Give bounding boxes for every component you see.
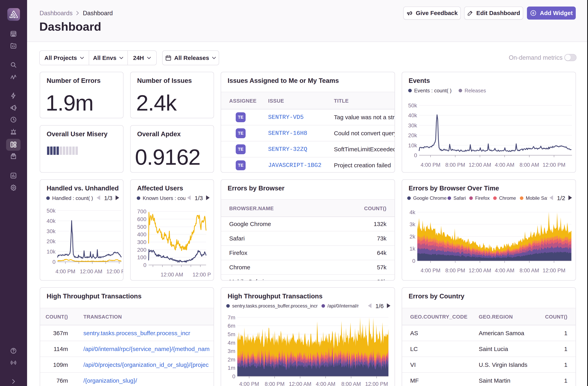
svg-text:500: 500 [137, 224, 147, 230]
svg-text:7m: 7m [228, 315, 235, 320]
svg-text:0: 0 [143, 262, 147, 268]
svg-text:0: 0 [412, 258, 415, 264]
svg-text:1m: 1m [228, 365, 235, 371]
svg-text:100: 100 [137, 254, 147, 260]
svg-text:3k: 3k [409, 221, 416, 227]
svg-text:2k: 2k [409, 233, 416, 240]
svg-text:0: 0 [414, 152, 417, 159]
svg-text:700: 700 [137, 208, 147, 215]
svg-text:12:00 AM: 12:00 AM [469, 162, 491, 168]
svg-text:12:00 PM: 12:00 PM [365, 381, 388, 386]
svg-text:600: 600 [137, 216, 147, 222]
svg-text:6m: 6m [228, 323, 235, 329]
svg-text:4k: 4k [409, 209, 416, 215]
svg-text:12:00 P: 12:00 P [192, 272, 211, 278]
svg-text:5m: 5m [228, 331, 235, 337]
svg-text:1k: 1k [409, 246, 416, 252]
svg-text:4:00 AM: 4:00 AM [495, 162, 514, 168]
svg-text:8:00 PM: 8:00 PM [265, 381, 285, 386]
svg-text:8:00 PM: 8:00 PM [445, 268, 465, 273]
svg-text:8:00 PM: 8:00 PM [445, 162, 465, 168]
svg-text:40k: 40k [408, 112, 417, 118]
svg-text:4:00 AM: 4:00 AM [316, 381, 335, 386]
svg-text:8:00 AM: 8:00 AM [341, 381, 361, 386]
svg-text:0: 0 [232, 373, 235, 380]
svg-text:50k: 50k [47, 208, 56, 214]
svg-text:30k: 30k [408, 122, 417, 129]
svg-text:12:00 AM: 12:00 AM [80, 269, 102, 274]
svg-text:10k: 10k [408, 142, 417, 149]
svg-text:4m: 4m [228, 340, 235, 346]
svg-text:30k: 30k [47, 228, 56, 234]
svg-text:4:00 PM: 4:00 PM [56, 269, 75, 274]
svg-text:20k: 20k [408, 132, 417, 138]
svg-text:8:00 AM: 8:00 AM [519, 268, 539, 273]
svg-text:12:00 AM: 12:00 AM [161, 272, 183, 278]
svg-text:400: 400 [137, 231, 147, 237]
svg-text:4:00 PM: 4:00 PM [421, 162, 441, 168]
svg-text:40k: 40k [47, 218, 56, 224]
svg-text:12:00 AM: 12:00 AM [469, 268, 491, 273]
svg-text:50k: 50k [408, 102, 417, 109]
svg-text:4:00 PM: 4:00 PM [239, 381, 259, 386]
svg-text:0: 0 [52, 259, 56, 265]
svg-text:8:00 AM: 8:00 AM [519, 162, 539, 168]
svg-text:12:00 AM: 12:00 AM [289, 381, 311, 386]
svg-text:4:00 PM: 4:00 PM [421, 268, 441, 273]
svg-text:20k: 20k [47, 238, 56, 244]
svg-text:3m: 3m [228, 348, 235, 354]
svg-text:200: 200 [137, 247, 147, 253]
svg-text:300: 300 [137, 239, 147, 245]
svg-text:12:00 PM: 12:00 PM [543, 268, 566, 273]
svg-text:2m: 2m [228, 357, 235, 363]
svg-text:12:00 PM: 12:00 PM [543, 162, 566, 168]
svg-text:12:00 P: 12:00 P [106, 269, 124, 274]
svg-text:10k: 10k [47, 249, 56, 255]
svg-text:4:00 AM: 4:00 AM [495, 268, 514, 273]
